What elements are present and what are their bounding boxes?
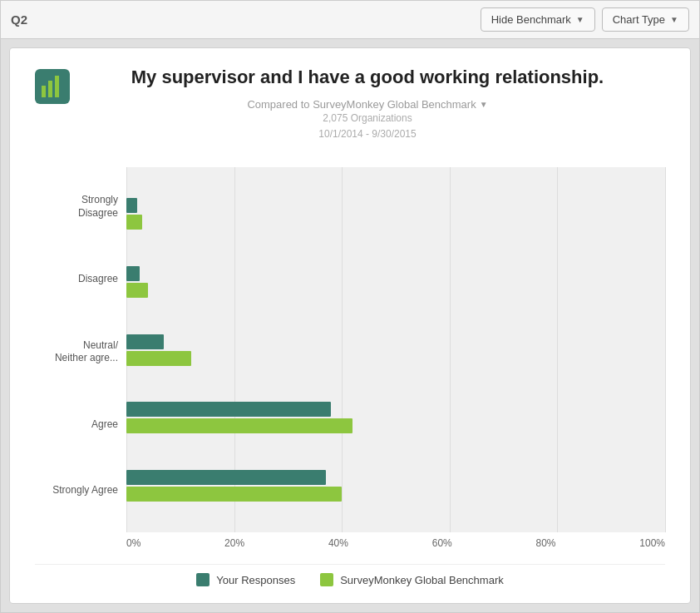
x-label-5: 100%: [639, 537, 665, 549]
bar-teal-4: [126, 470, 326, 485]
bar-teal-0: [126, 198, 137, 213]
sub-org: 2,075 Organizations: [323, 112, 412, 124]
bar-group-4: [126, 470, 665, 502]
svg-rect-2: [48, 81, 52, 97]
y-label-4: Strongly Agree: [35, 484, 126, 497]
chart-body: 0% 20% 40% 60% 80% 100%: [126, 167, 665, 549]
bar-green-4: [126, 487, 342, 502]
y-label-3: Agree: [35, 418, 126, 432]
x-label-2: 40%: [328, 537, 348, 549]
legend-swatch-teal: [196, 573, 210, 586]
bar-row-1: [126, 260, 665, 304]
chart-title: My supervisor and I have a good working …: [131, 65, 604, 90]
bar-row-2: [126, 328, 665, 373]
legend-label-0: Your Responses: [216, 574, 295, 586]
grid-line-100: [665, 167, 666, 532]
header-row: My supervisor and I have a good working …: [35, 65, 665, 159]
bar-teal-1: [126, 266, 140, 281]
x-label-1: 20%: [224, 537, 244, 549]
chart-inner: StronglyDisagree Disagree Neutral/Neithe…: [35, 167, 665, 549]
y-label-2: Neutral/Neither agre...: [35, 339, 126, 365]
app-container: Q2 Hide Benchmark ▼ Chart Type ▼ My supe…: [0, 0, 700, 613]
y-label-1: Disagree: [35, 273, 126, 286]
legend-item-1: SurveyMonkey Global Benchmark: [320, 573, 504, 586]
chart-area: StronglyDisagree Disagree Neutral/Neithe…: [35, 167, 665, 549]
bar-teal-2: [126, 334, 164, 349]
legend-item-0: Your Responses: [196, 573, 295, 586]
title-section: My supervisor and I have a good working …: [70, 65, 665, 159]
bar-row-3: [126, 395, 665, 440]
bar-group-3: [126, 402, 665, 433]
x-label-4: 80%: [536, 537, 556, 549]
chart-type-caret: ▼: [670, 15, 678, 24]
main-card: My supervisor and I have a good working …: [9, 47, 691, 604]
question-label: Q2: [11, 12, 27, 27]
x-label-3: 60%: [432, 537, 452, 549]
y-axis: StronglyDisagree Disagree Neutral/Neithe…: [35, 167, 126, 549]
bar-group-0: [126, 198, 665, 230]
bar-green-1: [126, 283, 148, 298]
bar-group-2: [126, 334, 665, 366]
y-label-0: StronglyDisagree: [35, 194, 126, 220]
x-axis: 0% 20% 40% 60% 80% 100%: [126, 532, 665, 549]
sub-info: 2,075 Organizations 10/1/2014 - 9/30/201…: [318, 111, 416, 142]
chart-type-label: Chart Type: [613, 13, 665, 26]
legend-label-1: SurveyMonkey Global Benchmark: [340, 574, 504, 586]
x-label-0: 0%: [126, 537, 140, 549]
surveymonkey-icon: [35, 69, 70, 104]
bar-row-0: [126, 191, 665, 236]
legend: Your Responses SurveyMonkey Global Bench…: [35, 564, 665, 586]
svg-rect-3: [55, 76, 59, 97]
bar-green-3: [126, 418, 352, 433]
benchmark-label[interactable]: Compared to SurveyMonkey Global Benchmar…: [247, 98, 487, 111]
grid-and-bars: [126, 167, 665, 532]
chart-type-button[interactable]: Chart Type ▼: [602, 7, 689, 32]
hide-benchmark-caret: ▼: [576, 15, 584, 24]
hide-benchmark-label: Hide Benchmark: [491, 13, 571, 26]
bar-green-2: [126, 351, 191, 366]
bar-green-0: [126, 215, 142, 230]
hide-benchmark-button[interactable]: Hide Benchmark ▼: [481, 7, 595, 32]
legend-swatch-green: [320, 573, 333, 586]
bar-group-1: [126, 266, 665, 298]
top-bar-actions: Hide Benchmark ▼ Chart Type ▼: [481, 7, 689, 32]
top-bar: Q2 Hide Benchmark ▼ Chart Type ▼: [1, 1, 699, 39]
benchmark-text: Compared to SurveyMonkey Global Benchmar…: [247, 98, 476, 111]
sub-date: 10/1/2014 - 9/30/2015: [318, 128, 416, 140]
bar-row-4: [126, 463, 665, 508]
svg-rect-1: [42, 86, 46, 97]
bar-teal-3: [126, 402, 331, 417]
benchmark-caret: ▼: [480, 100, 488, 109]
